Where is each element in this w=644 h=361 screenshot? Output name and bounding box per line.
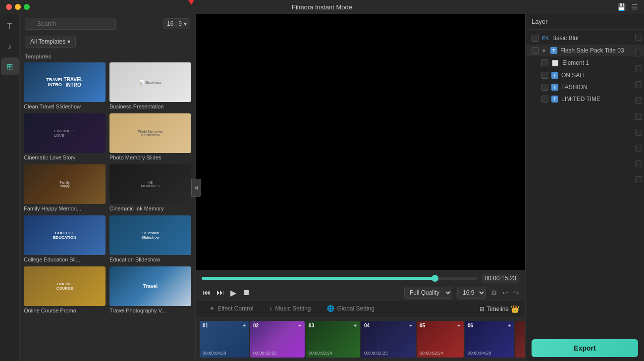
timeline-clips: 01 ✦ 00:00:04:20 02 ✦ 00:00:02:23 03 ✦ 0… [200,321,525,358]
template-label-10: Travel Photography V... [109,308,191,313]
forward-button[interactable]: ⏭ [215,287,225,298]
titlebar-actions: 💾 ☰ [617,3,638,11]
menu-icon[interactable]: ☰ [632,3,638,11]
timeline-area[interactable]: 01 ✦ 00:00:04:20 02 ✦ 00:00:02:23 03 ✦ 0… [196,317,525,361]
visibility-check-8[interactable] [635,145,642,152]
visibility-check-10[interactable] [635,176,642,183]
aspect-select[interactable]: 16:9 9:16 1:1 [457,287,486,299]
template-label-4: Photo Memory Slides [109,155,191,160]
visibility-check-9[interactable] [635,160,642,167]
text-icon: T [7,22,12,31]
template-label-5: Family Happy Memori... [24,206,106,211]
layer-label-basic-blur: Basic Blur [552,35,579,42]
timeline-clip-4[interactable]: 04 ✦ 00:00:02:23 [361,321,416,358]
window-controls[interactable] [6,4,30,10]
visibility-check-3[interactable] [635,65,642,72]
progress-handle[interactable] [431,275,438,282]
layer-check-limited-time[interactable] [541,96,548,103]
maximize-button[interactable] [24,4,30,10]
clip-time-2: 00:00:02:23 [253,351,277,356]
layer-check-element1[interactable] [541,59,548,66]
sidebar-item-text[interactable]: T [1,18,19,36]
layer-check-basic-blur[interactable] [532,35,538,42]
layer-text-icon-fashion: T [551,84,558,91]
layer-check-fashion[interactable] [541,84,548,91]
aspect-ratio-selector[interactable]: 16 : 9 ▾ [163,18,190,29]
template-thumb-2: 📊 Business [109,62,191,102]
template-item-7[interactable]: COLLEGEEDUCATION College Education Sli..… [24,215,106,262]
stop-button[interactable]: ⏹ [241,287,251,298]
right-panel: Layer FX Basic Blur ▼ T Flash Sale Pack … [525,14,644,361]
quality-select[interactable]: Full Quality Half Quality [404,287,452,299]
timeline-clip-3[interactable]: 03 ✦ 00:00:02:24 [306,321,360,358]
minimize-button[interactable] [15,4,21,10]
template-item-2[interactable]: 📊 Business Business Presentation [109,62,191,109]
expand-icon-flash-sale[interactable]: ▼ [541,48,546,53]
progress-fill [202,277,435,280]
visibility-check-6[interactable] [635,113,642,120]
template-item-3[interactable]: CINEMATICLOVE Cinematic Love Story [24,113,106,160]
tab-music-setting[interactable]: ♪ Music Setting [261,301,319,317]
layer-check-on-sale[interactable] [541,72,548,79]
redo-button[interactable]: ↪ [513,289,519,297]
aspect-ratio-value: 16 : 9 [167,20,182,27]
templates-grid: TRAVELINTRO Clean Travel Slideshow 📊 Bus… [20,62,195,361]
video-canvas [196,14,525,270]
layer-item-flash-sale[interactable]: ▼ T Flash Sale Pack Title 03 [526,45,644,56]
timeline-clip-5[interactable]: 05 ✦ 00:00:02:24 [417,321,464,358]
sidebar-item-template[interactable]: ⊞ [1,57,19,75]
collapse-panel-button[interactable]: ◀ [191,179,201,197]
template-item-4[interactable]: Photo Memories& Slideshow Photo Memory S… [109,113,191,160]
music-tab-icon: ♪ [269,305,272,312]
template-row: CINEMATICLOVE Cinematic Love Story Photo… [24,113,191,160]
all-templates-button[interactable]: All Templates ▾ [25,36,76,48]
progress-bar[interactable] [202,277,477,280]
layer-item-basic-blur[interactable]: FX Basic Blur [526,32,644,45]
template-item-9[interactable]: ONLINECOURSE Online Course Promo [24,266,106,313]
layer-panel-header: Layer [526,14,644,30]
timeline-clip-6[interactable]: 06 ✦ 00:00:04:20 [465,321,514,358]
search-input[interactable] [25,18,116,30]
export-button[interactable]: Export [532,339,638,357]
layer-list: FX Basic Blur ▼ T Flash Sale Pack Title … [526,30,644,335]
visibility-check-4[interactable] [635,81,642,88]
timeline-clip-1[interactable]: 01 ✦ 00:00:04:20 [200,321,249,358]
template-label-6: Cinematic Ink Memory [109,206,191,211]
layer-check-flash-sale[interactable] [532,47,538,54]
tab-effect-control[interactable]: ✦ Effect Control [202,301,261,317]
tab-global-setting[interactable]: 🌐 Global Setting [319,301,382,317]
visibility-check-7[interactable] [635,129,642,136]
playback-bar: 00:00:15:23 [196,270,525,286]
layer-item-fashion[interactable]: T FASHION [536,81,644,93]
music-icon: ♪ [8,42,12,51]
layer-item-limited-time[interactable]: T LIMITED TIME [536,93,644,105]
center-area: 00:00:15:23 ⏮ ⏭ ▶ ⏹ Full Quality Half Qu… [196,14,525,361]
play-button[interactable]: ▶ [229,287,237,299]
visibility-check-2[interactable] [635,50,642,56]
visibility-check-1[interactable] [635,34,642,41]
timeline-clip-6b[interactable] [515,321,525,358]
panel-subheader: All Templates ▾ [20,34,195,52]
template-item-10[interactable]: Travel Travel Photography V... [109,266,191,313]
template-item-5[interactable]: FamilyHappy Family Happy Memori... [24,164,106,211]
visibility-check-5[interactable] [635,97,642,104]
undo-button[interactable]: ↩ [502,289,508,297]
search-wrapper: 🔍 [25,18,160,30]
template-item-1[interactable]: TRAVELINTRO Clean Travel Slideshow [24,62,106,109]
all-templates-label: All Templates [30,38,65,45]
close-button[interactable] [6,4,12,10]
template-item-6[interactable]: INKMEMORIES Cinematic Ink Memory [109,164,191,211]
settings-button[interactable]: ⚙ [491,289,497,297]
save-icon[interactable]: 💾 [617,3,626,11]
layer-text-icon-flash-sale: T [550,47,557,54]
sidebar-item-music[interactable]: ♪ [1,38,19,55]
clip-icon-2: ✦ [298,323,302,328]
timeline-clip-2[interactable]: 02 ✦ 00:00:02:23 [250,321,305,358]
clip-icon-1: ✦ [242,323,246,328]
layer-item-element1[interactable]: ⬜ Element 1 [536,56,644,69]
rewind-button[interactable]: ⏮ [202,287,212,298]
template-item-8[interactable]: EducationSlideshow Education Slideshow [109,215,191,262]
layer-item-on-sale[interactable]: T ON SALE [536,69,644,81]
template-thumb-8: EducationSlideshow [109,215,191,255]
template-thumb-3: CINEMATICLOVE [24,113,106,153]
